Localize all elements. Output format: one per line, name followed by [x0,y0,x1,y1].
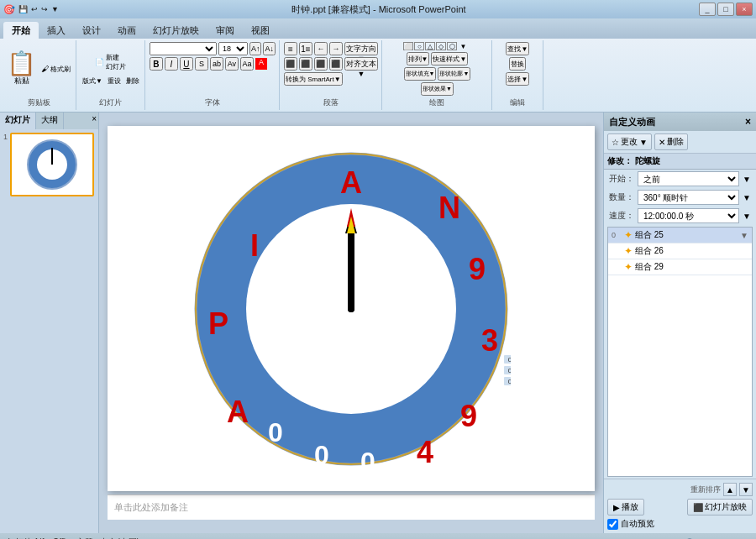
increase-indent-button[interactable]: → [329,42,343,55]
slide-thumbnail[interactable] [10,133,94,196]
play-icon: ▶ [613,503,620,512]
animation-list: 0 ✦ 组合 25 ▼ ✦ 组合 26 ✦ 组合 29 [607,227,753,477]
select-button[interactable]: 选择▼ [506,72,529,86]
tab-view[interactable]: 视图 [243,22,278,39]
new-slide-button[interactable]: 📄 新建幻灯片 [81,51,141,73]
convert-smartart-button[interactable]: 转换为 SmartArt▼ [284,72,343,86]
decrease-font-button[interactable]: A↓ [263,42,276,55]
font-family-select[interactable] [150,42,217,55]
shape-effect-button[interactable]: 形状效果▼ [421,82,454,96]
delete-button[interactable]: 删除 [124,75,141,87]
maximize-button[interactable]: □ [717,3,734,16]
increase-font-button[interactable]: A↑ [249,42,262,55]
tab-design[interactable]: 设计 [74,22,109,39]
add-effect-button[interactable]: ☆ 更改 ▼ [607,133,652,150]
panel-close-left[interactable]: × [90,113,98,129]
slides-label: 幻灯片 [99,96,122,108]
speed-select[interactable]: 12:00:00.0 秒 [638,208,739,223]
anim-item-2[interactable]: ✦ 组合 29 [608,259,752,275]
shape-fill-button[interactable]: 形状填充▼ [404,67,437,81]
amount-select[interactable]: 360° 顺时针 [638,190,739,205]
quick-access-save[interactable]: 💾 [18,5,28,13]
reorder-down-button[interactable]: ▼ [739,483,753,496]
replace-button[interactable]: 替换 [509,57,526,71]
tab-start[interactable]: 开始 [3,22,39,39]
reorder-up-button[interactable]: ▲ [723,483,737,496]
font-color-button[interactable]: A [255,58,267,70]
play-button[interactable]: ▶ 播放 [607,499,644,515]
anim-item-1[interactable]: ✦ 组合 26 [608,243,752,259]
format-painter-button[interactable]: 🖌 格式刷 [39,63,72,76]
align-text-button[interactable]: 对齐文本▼ [344,57,378,71]
shape-4[interactable]: ◇ [436,42,446,50]
slideshow-button[interactable]: ⬛ 幻灯片放映 [687,499,753,515]
quick-access-dropdown[interactable]: ▼ [51,5,59,13]
anim-item-0[interactable]: 0 ✦ 组合 25 ▼ [608,228,752,243]
strikethrough-button[interactable]: ab [210,57,223,71]
start-row: 开始： 之前 ▼ [604,170,756,188]
remove-effect-button[interactable]: ✕ 删除 [654,133,688,150]
window-controls: _ □ × [699,3,753,16]
paragraph-top: ≡ 1≡ ← → 文字方向▼ [284,42,378,55]
shape-1[interactable]: ⬜ [403,42,413,50]
shape-3[interactable]: △ [425,42,435,50]
tab-insert[interactable]: 插入 [39,22,74,39]
shape-outline-button[interactable]: 形状轮廓▼ [438,67,470,81]
shape-effect-row: 形状效果▼ [421,82,454,96]
animation-panel-toolbar: ☆ 更改 ▼ ✕ 删除 [604,131,756,154]
tab-animation[interactable]: 动画 [109,22,144,39]
tab-review[interactable]: 审阅 [207,22,243,39]
notes-area[interactable]: 单击此处添加备注 [108,495,595,520]
paragraph-group: ≡ 1≡ ← → 文字方向▼ ⬛ ⬛ ⬛ ⬛ 对齐文本▼ 转换为 SmartAr… [281,40,382,110]
tab-slides[interactable]: 幻灯片 [0,113,36,129]
shape-2[interactable]: ○ [414,42,424,50]
decrease-indent-button[interactable]: ← [314,42,328,55]
auto-preview-checkbox[interactable] [607,519,618,530]
font-spacing-button[interactable]: Av [225,57,239,71]
paste-button[interactable]: 📋 粘贴 [5,50,38,88]
anim-num-0: 0 [612,231,622,239]
start-select[interactable]: 之前 [638,171,739,186]
align-left-button[interactable]: ⬛ [284,57,297,71]
numbered-list-button[interactable]: 1≡ [299,42,312,55]
star-icon: ☆ [612,138,619,147]
auto-preview-label: 自动预览 [621,518,654,530]
svg-text:N: N [438,190,460,224]
slide-canvas[interactable]: A N I P A 9 3 9 4 0 0 [108,126,595,491]
reset-button[interactable]: 重设 [106,75,123,87]
arrange-button[interactable]: 排列▼ [407,52,430,65]
bullet-list-button[interactable]: ≡ [284,42,297,55]
italic-button[interactable]: I [165,57,178,71]
find-button[interactable]: 查找▼ [506,42,529,55]
minimize-button[interactable]: _ [699,3,716,16]
anim-name-0: 组合 25 [635,229,738,241]
panel-bottom: 重新排序 ▲ ▼ ▶ 播放 ⬛ 幻灯片放映 自动预览 [604,479,756,533]
underline-button[interactable]: U [180,57,193,71]
thumbnail-row: 1 [3,133,95,196]
justify-button[interactable]: ⬛ [329,57,343,71]
quick-access-undo[interactable]: ↩ [31,5,38,13]
quick-access-redo[interactable]: ↪ [41,5,48,13]
close-button[interactable]: × [736,3,753,16]
notes-placeholder: 单击此处添加备注 [114,501,188,514]
tab-slideshow[interactable]: 幻灯片放映 [144,22,207,39]
shape-5[interactable]: ⬡ [447,42,457,50]
quick-styles-button[interactable]: 快速样式▼ [431,52,468,65]
tab-outline[interactable]: 大纲 [36,113,64,129]
text-direction-button[interactable]: 文字方向▼ [344,42,378,55]
svg-point-26 [348,306,354,312]
align-right-button[interactable]: ⬛ [314,57,328,71]
ribbon: 📋 粘贴 🖌 格式刷 剪贴板 📄 新建幻灯片 版式▼ 重设 [0,39,756,113]
align-center-button[interactable]: ⬛ [299,57,312,71]
font-size-select[interactable]: 18 [218,42,248,55]
font-content: 18 A↑ A↓ B I U S ab Av Aa A [150,42,276,96]
custom-animation-panel: 自定义动画 × ☆ 更改 ▼ ✕ 删除 修改： 陀螺旋 开始： 之前 ▼ [603,113,756,533]
shape-more[interactable]: ▼ [458,42,468,50]
animation-panel-close[interactable]: × [745,116,751,128]
change-case-button[interactable]: Aa [240,57,254,71]
playback-row: ▶ 播放 ⬛ 幻灯片放映 [607,499,753,515]
anim-icon-2: ✦ [624,261,633,273]
layout-button[interactable]: 版式▼ [81,75,104,87]
bold-button[interactable]: B [150,57,163,71]
shadow-button[interactable]: S [195,57,208,71]
